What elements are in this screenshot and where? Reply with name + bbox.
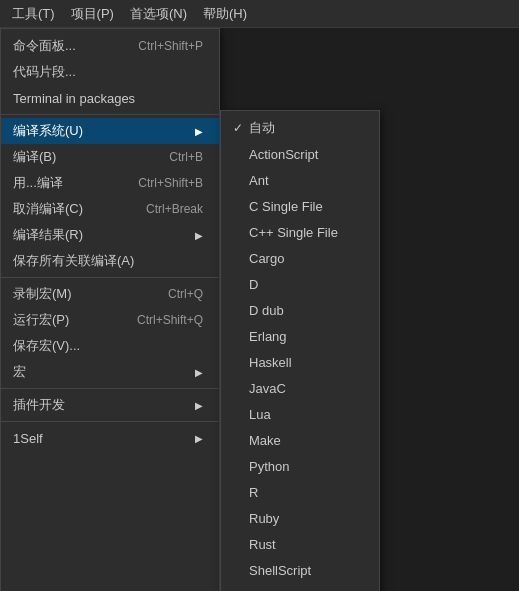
- submenu-item-python[interactable]: Python: [221, 453, 379, 479]
- menu-item-build-with-label: 用...编译: [13, 174, 118, 192]
- submenu-item-d[interactable]: D: [221, 271, 379, 297]
- menu-item-record-macro[interactable]: 录制宏(M) Ctrl+Q: [1, 281, 219, 307]
- submenu-item-ruby-label: Ruby: [249, 511, 363, 526]
- submenu-item-erlang-label: Erlang: [249, 329, 363, 344]
- menu-item-1self-label: 1Self: [13, 431, 187, 446]
- submenu-item-actionscript-label: ActionScript: [249, 147, 363, 162]
- submenu-item-actionscript[interactable]: ActionScript: [221, 141, 379, 167]
- menu-item-command-palette[interactable]: 命令面板... Ctrl+Shift+P: [1, 33, 219, 59]
- submenu-item-d-dub-label: D dub: [249, 303, 363, 318]
- menubar: 工具(T) 项目(P) 首选项(N) 帮助(H): [0, 0, 519, 28]
- submenu-item-d-dub[interactable]: D dub: [221, 297, 379, 323]
- submenu-item-javac[interactable]: JavaC: [221, 375, 379, 401]
- submenu-item-haskell-label: Haskell: [249, 355, 363, 370]
- submenu-item-c-single-file[interactable]: C Single File: [221, 193, 379, 219]
- submenu-item-ruby[interactable]: Ruby: [221, 505, 379, 531]
- menu-item-macros-label: 宏: [13, 363, 187, 381]
- menu-item-record-macro-label: 录制宏(M): [13, 285, 148, 303]
- menu-item-plugin-dev-label: 插件开发: [13, 396, 187, 414]
- submenu-item-cpp-single-file[interactable]: C++ Single File: [221, 219, 379, 245]
- menu-container: 命令面板... Ctrl+Shift+P 代码片段... Terminal in…: [0, 28, 380, 591]
- submenu-item-lua-label: Lua: [249, 407, 363, 422]
- submenu-item-haskell[interactable]: Haskell: [221, 349, 379, 375]
- submenu-item-ant[interactable]: Ant: [221, 167, 379, 193]
- submenu-item-ant-label: Ant: [249, 173, 363, 188]
- submenu-item-lua[interactable]: Lua: [221, 401, 379, 427]
- submenu-item-cargo[interactable]: Cargo: [221, 245, 379, 271]
- submenu-item-shellscript[interactable]: ShellScript: [221, 557, 379, 583]
- menu-item-run-macro-shortcut: Ctrl+Shift+Q: [137, 313, 203, 327]
- menu-item-cancel-build[interactable]: 取消编译(C) Ctrl+Break: [1, 196, 219, 222]
- menu-item-save-all-label: 保存所有关联编译(A): [13, 252, 203, 270]
- plugin-dev-arrow-icon: ▶: [195, 400, 203, 411]
- submenu-item-make[interactable]: Make: [221, 427, 379, 453]
- menu-item-save-all[interactable]: 保存所有关联编译(A): [1, 248, 219, 274]
- separator-1: [1, 114, 219, 115]
- menubar-item-tools[interactable]: 工具(T): [4, 2, 63, 26]
- menubar-item-preferences[interactable]: 首选项(N): [122, 2, 195, 26]
- menu-item-build[interactable]: 编译(B) Ctrl+B: [1, 144, 219, 170]
- menu-item-build-results[interactable]: 编译结果(R) ▶: [1, 222, 219, 248]
- menu-item-build-results-label: 编译结果(R): [13, 226, 187, 244]
- submenu-item-auto-label: 自动: [249, 119, 363, 137]
- separator-2: [1, 277, 219, 278]
- menu-item-terminal-packages-label: Terminal in packages: [13, 91, 203, 106]
- menubar-item-help[interactable]: 帮助(H): [195, 2, 255, 26]
- submenu-item-make-label: Make: [249, 433, 363, 448]
- menu-item-snippets-label: 代码片段...: [13, 63, 203, 81]
- submenu-item-d-label: D: [249, 277, 363, 292]
- menu-item-plugin-dev[interactable]: 插件开发 ▶: [1, 392, 219, 418]
- menu-item-run-macro-label: 运行宏(P): [13, 311, 117, 329]
- menu-item-snippets[interactable]: 代码片段...: [1, 59, 219, 85]
- menu-item-cancel-build-shortcut: Ctrl+Break: [146, 202, 203, 216]
- menu-item-command-palette-shortcut: Ctrl+Shift+P: [138, 39, 203, 53]
- menu-item-terminal-packages[interactable]: Terminal in packages: [1, 85, 219, 111]
- submenu-item-c-single-file-label: C Single File: [249, 199, 363, 214]
- submenu-item-javac-label: JavaC: [249, 381, 363, 396]
- submenu-arrow-icon: ▶: [195, 126, 203, 137]
- submenu-item-rust-label: Rust: [249, 537, 363, 552]
- 1self-arrow-icon: ▶: [195, 433, 203, 444]
- separator-4: [1, 421, 219, 422]
- build-results-arrow-icon: ▶: [195, 230, 203, 241]
- submenu-item-auto[interactable]: ✓ 自动: [221, 115, 379, 141]
- menu-item-run-macro[interactable]: 运行宏(P) Ctrl+Shift+Q: [1, 307, 219, 333]
- menu-item-build-system-label: 编译系统(U): [13, 122, 187, 140]
- menu-item-macros[interactable]: 宏 ▶: [1, 359, 219, 385]
- submenu-item-cpp-single-file-label: C++ Single File: [249, 225, 363, 240]
- menu-item-1self[interactable]: 1Self ▶: [1, 425, 219, 451]
- menu-item-build-with[interactable]: 用...编译 Ctrl+Shift+B: [1, 170, 219, 196]
- tools-dropdown: 命令面板... Ctrl+Shift+P 代码片段... Terminal in…: [0, 28, 220, 591]
- menu-item-save-macro-label: 保存宏(V)...: [13, 337, 203, 355]
- submenu-item-r-label: R: [249, 485, 363, 500]
- submenu-item-shellscript-label: ShellScript: [249, 563, 363, 578]
- menu-item-cancel-build-label: 取消编译(C): [13, 200, 126, 218]
- menubar-item-project[interactable]: 项目(P): [63, 2, 122, 26]
- submenu-item-syntax-tests[interactable]: Syntax Tests: [221, 583, 379, 591]
- submenu-item-r[interactable]: R: [221, 479, 379, 505]
- menu-item-command-palette-label: 命令面板...: [13, 37, 118, 55]
- separator-3: [1, 388, 219, 389]
- submenu-item-erlang[interactable]: Erlang: [221, 323, 379, 349]
- macros-arrow-icon: ▶: [195, 367, 203, 378]
- checkmark-icon: ✓: [233, 121, 249, 135]
- submenu-item-cargo-label: Cargo: [249, 251, 363, 266]
- menu-item-record-macro-shortcut: Ctrl+Q: [168, 287, 203, 301]
- menu-item-build-label: 编译(B): [13, 148, 149, 166]
- menu-item-build-with-shortcut: Ctrl+Shift+B: [138, 176, 203, 190]
- submenu-item-rust[interactable]: Rust: [221, 531, 379, 557]
- menu-item-build-system[interactable]: 编译系统(U) ▶: [1, 118, 219, 144]
- menu-item-save-macro[interactable]: 保存宏(V)...: [1, 333, 219, 359]
- build-system-submenu: ✓ 自动 ActionScript Ant C Single File C++ …: [220, 110, 380, 591]
- menu-item-build-shortcut: Ctrl+B: [169, 150, 203, 164]
- submenu-item-python-label: Python: [249, 459, 363, 474]
